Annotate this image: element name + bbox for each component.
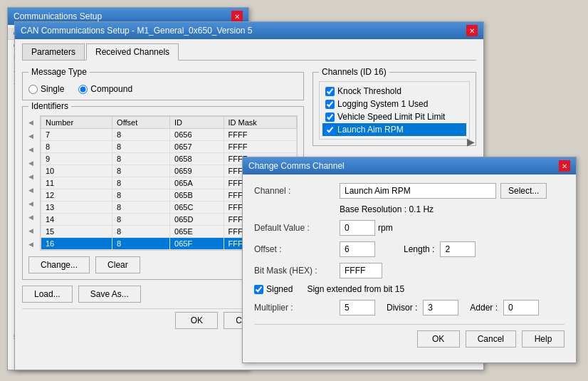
comms-title: Change Comms Channel — [248, 161, 345, 171]
channel-item-label: Logging System 1 Used — [337, 99, 428, 109]
multiplier-row: Multiplier : Divisor : Adder : — [254, 300, 565, 315]
can-title: CAN Communications Setup - M1_General_0x… — [21, 26, 253, 36]
divisor-label: Divisor : — [387, 303, 417, 313]
signed-checkbox[interactable] — [254, 285, 263, 294]
signed-row: Signed Sign extended from bit 15 — [254, 284, 565, 294]
channels-list: Knock ThresholdLogging System 1 UsedVehi… — [319, 81, 470, 140]
table-row[interactable]: 880657FFFF — [41, 141, 297, 153]
base-resolution: Base Resolution : 0.1 Hz — [340, 204, 565, 214]
channel-item-label: Knock Threshold — [337, 86, 401, 96]
sign-extended-text: Sign extended from bit 15 — [307, 284, 404, 294]
tab-bar: Parameters Received Channels — [22, 43, 476, 61]
divisor-input[interactable] — [423, 300, 458, 315]
help-button[interactable]: Help — [522, 330, 565, 348]
multiplier-input[interactable] — [340, 300, 375, 315]
outer-close-button[interactable]: ✕ — [231, 11, 243, 22]
channel-checkbox[interactable] — [325, 87, 335, 96]
tab-parameters[interactable]: Parameters — [22, 43, 85, 60]
length-input[interactable] — [440, 241, 476, 257]
radio-compound-input[interactable] — [78, 85, 88, 94]
channel-item[interactable]: Knock Threshold — [322, 85, 466, 98]
comms-dialog: Change Comms Channel ✕ Channel : Select.… — [242, 157, 577, 363]
default-value-row: Default Value : rpm — [254, 220, 565, 236]
channel-input[interactable] — [340, 183, 496, 199]
offset-length-row: Offset : Length : — [254, 241, 565, 257]
radio-single-label: Single — [41, 84, 64, 94]
clear-button[interactable]: Clear — [95, 256, 140, 273]
default-value-input[interactable] — [340, 220, 375, 236]
save-as-button[interactable]: Save As... — [78, 286, 141, 303]
channel-item[interactable]: Logging System 1 Used — [322, 98, 466, 110]
channel-checkbox[interactable] — [325, 100, 335, 109]
bitmask-row: Bit Mask (HEX) : — [254, 263, 565, 278]
can-ok-button[interactable]: OK — [175, 312, 218, 329]
channel-label: Channel : — [254, 186, 340, 196]
offset-input[interactable] — [340, 241, 375, 257]
cancel-button[interactable]: Cancel — [466, 330, 516, 348]
channel-item-label: Vehicle Speed Limit Pit Limit — [337, 112, 445, 122]
change-button[interactable]: Change... — [28, 256, 90, 273]
bitmask-input[interactable] — [340, 263, 382, 278]
base-resolution-text: Base Resolution : 0.1 Hz — [340, 204, 434, 214]
radio-single[interactable]: Single — [28, 84, 64, 94]
load-button[interactable]: Load... — [22, 286, 73, 303]
outer-title: Communications Setup — [14, 11, 102, 21]
can-titlebar: CAN Communications Setup - M1_General_0x… — [15, 22, 483, 39]
comms-close-button[interactable]: ✕ — [559, 160, 570, 172]
multiplier-label: Multiplier : — [254, 303, 340, 313]
ok-button[interactable]: OK — [417, 330, 460, 348]
adder-input[interactable] — [503, 300, 539, 315]
comms-titlebar: Change Comms Channel ✕ — [243, 157, 576, 174]
channel-checkbox[interactable] — [325, 113, 335, 122]
col-number: Number — [41, 117, 112, 129]
radio-compound[interactable]: Compound — [78, 84, 132, 94]
col-id: ID — [170, 117, 224, 129]
default-value-unit: rpm — [378, 223, 393, 233]
can-close-button[interactable]: ✕ — [466, 25, 478, 36]
signed-label: Signed — [266, 284, 293, 294]
channel-checkbox[interactable] — [325, 125, 335, 135]
scroll-right-arrow[interactable]: ▶ — [467, 136, 475, 147]
channel-item[interactable]: Vehicle Speed Limit Pit Limit — [322, 110, 466, 123]
select-button[interactable]: Select... — [500, 183, 547, 199]
tab-received-channels[interactable]: Received Channels — [86, 43, 179, 61]
length-label: Length : — [404, 244, 434, 254]
channels-label: Channels (ID 16) — [319, 67, 389, 77]
radio-single-input[interactable] — [28, 85, 38, 94]
col-offset: Offset — [112, 117, 170, 129]
default-value-label: Default Value : — [254, 223, 340, 233]
channel-row: Channel : Select... — [254, 183, 565, 199]
channels-group: Channels (ID 16) Knock ThresholdLogging … — [313, 72, 476, 146]
adder-label: Adder : — [470, 303, 498, 313]
table-row[interactable]: 780656FFFF — [41, 129, 297, 141]
channel-item-label: Launch Aim RPM — [337, 125, 404, 135]
bitmask-label: Bit Mask (HEX) : — [254, 266, 340, 276]
identifiers-label: Identifiers — [28, 101, 71, 111]
radio-compound-label: Compound — [90, 84, 132, 94]
radio-group: Single Compound — [28, 84, 298, 94]
col-mask: ID Mask — [224, 117, 296, 129]
message-type-label: Message Type — [28, 67, 90, 77]
message-type-group: Message Type Single Compound — [22, 72, 304, 100]
channel-item[interactable]: Launch Aim RPM — [322, 123, 466, 136]
offset-label: Offset : — [254, 244, 340, 254]
